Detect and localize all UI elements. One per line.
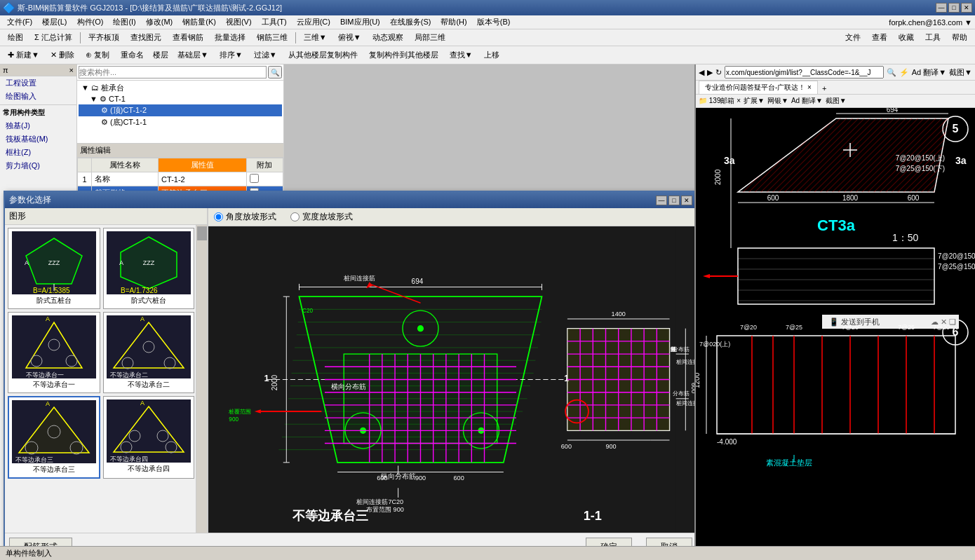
menu-draw[interactable]: 绘图(I) (109, 15, 140, 29)
gallery-scroll-area[interactable]: ZZZ A B=A/1.5385 阶式五桩台 (5, 225, 196, 533)
title-bar-buttons: — □ ✕ (936, 3, 972, 13)
menu-view[interactable]: 视图(V) (222, 15, 256, 29)
draw-input-item[interactable]: 绘图输入 (0, 90, 76, 103)
width-slope-radio[interactable]: 宽度放坡形式 (290, 211, 353, 223)
filter-button[interactable]: 过滤▼ (249, 48, 282, 62)
menu-component[interactable]: 构件(O) (73, 15, 108, 29)
svg-text:600: 600 (377, 474, 387, 482)
browser-new-tab-button[interactable]: + (818, 83, 831, 94)
prop-check-1[interactable] (246, 172, 283, 186)
modal-minimize-button[interactable]: — (656, 196, 667, 205)
move-up-button[interactable]: 上移 (479, 48, 504, 62)
browser-refresh-icon[interactable]: ↻ (715, 68, 722, 77)
gallery-scrollbar[interactable] (196, 225, 207, 533)
left-panel-pin[interactable]: π (3, 66, 8, 74)
raft-base-item[interactable]: 筏板基础(M) (0, 132, 76, 146)
search-button[interactable]: 🔍 (268, 66, 282, 78)
local-3d-button[interactable]: 局部三维 (410, 30, 450, 45)
find-button[interactable]: 查找图元 (126, 30, 166, 45)
gallery-item-6[interactable]: A 不等边承台四 不等边承台四 (103, 396, 194, 479)
maximize-button[interactable]: □ (948, 3, 960, 13)
base-floor-button[interactable]: 基础层▼ (173, 48, 213, 62)
tree-node-ct1-1[interactable]: ⚙ (底)CT-1-1 (79, 116, 282, 128)
right-title: 1-1 (584, 509, 602, 523)
hexagon-pile-svg: ZZZ A B=A/1.7326 (107, 231, 191, 294)
frame-column-item[interactable]: 框柱(Z) (0, 146, 76, 159)
sort-button[interactable]: 排序▼ (215, 48, 248, 62)
preview-area: 角度放坡形式 宽度放坡形式 不等边承台三 (208, 208, 697, 533)
svg-point-10 (48, 339, 60, 350)
bookmark-139-icon[interactable]: 📁 139邮箱 × (699, 96, 741, 106)
sum-button[interactable]: Σ 汇总计算 (29, 30, 77, 45)
bookmark-netbank-icon[interactable]: 网银▼ (767, 96, 788, 106)
browser-forward-icon[interactable]: ▶ (707, 68, 713, 77)
browser-help-button[interactable]: 帮助 (947, 30, 972, 45)
bookmark-ad-icon[interactable]: Ad 翻译▼ (791, 96, 823, 106)
browser-view-button[interactable]: 查看 (867, 30, 892, 45)
gallery-item-2[interactable]: ZZZ A B=A/1.7326 阶式六桩台 (103, 228, 194, 309)
search-input[interactable] (79, 66, 267, 78)
browser-back-icon[interactable]: ◀ (699, 68, 704, 77)
left-panel-close[interactable]: × (69, 66, 74, 74)
tree-node-pile-cap[interactable]: ▼ 🗂 桩承台 (79, 82, 282, 94)
gallery-item-1[interactable]: ZZZ A B=A/1.5385 阶式五桩台 (8, 228, 100, 309)
menu-bim[interactable]: BIM应用(U) (336, 15, 384, 29)
top-view-button[interactable]: 俯视▼ (333, 30, 366, 45)
menu-floor[interactable]: 楼层(L) (38, 15, 71, 29)
svg-text:B=A/1.5385: B=A/1.5385 (33, 287, 70, 294)
prop-value-1[interactable]: CT-1-2 (159, 172, 247, 186)
gallery-item-4[interactable]: A 不等边承台二 不等边承台二 (103, 312, 194, 393)
batch-select-button[interactable]: 批量选择 (210, 30, 250, 45)
menu-version[interactable]: 版本号(B) (473, 15, 515, 29)
rename-button[interactable]: 重命名 (116, 48, 149, 62)
menu-rebar[interactable]: 钢筋量(K) (178, 15, 220, 29)
menu-tools[interactable]: 工具(T) (257, 15, 291, 29)
find-comp-button[interactable]: 查找▼ (445, 48, 478, 62)
menu-file[interactable]: 文件(F) (3, 15, 36, 29)
menu-help[interactable]: 帮助(H) (436, 15, 471, 29)
draw-button[interactable]: 绘图 (3, 30, 28, 45)
rebar-3d-button[interactable]: 钢筋三维 (252, 30, 292, 45)
dynamic-view-button[interactable]: 动态观察 (368, 30, 408, 45)
angle-slope-input[interactable] (214, 212, 223, 221)
bookmark-screenshot2-icon[interactable]: 截图▼ (826, 96, 847, 106)
delete-button[interactable]: ✕ 删除 (46, 48, 79, 62)
shear-wall-item[interactable]: 剪力墙(Q) (0, 159, 76, 172)
project-settings-item[interactable]: 工程设置 (0, 76, 76, 90)
browser-search-icon[interactable]: 🔍 (887, 68, 896, 77)
close-button[interactable]: ✕ (961, 3, 972, 13)
gallery-item-5[interactable]: A 不等边承台三 不等边承台三 (8, 396, 100, 479)
flat-top-button[interactable]: 平齐板顶 (83, 30, 124, 45)
browser-ad-icon[interactable]: Ad 翻译▼ (912, 67, 946, 78)
browser-file-button[interactable]: 文件 (840, 30, 866, 45)
bookmark-expand-icon[interactable]: 扩展▼ (744, 96, 765, 106)
menu-cloud[interactable]: 云应用(C) (292, 15, 335, 29)
angle-slope-radio[interactable]: 角度放坡形式 (214, 211, 276, 223)
browser-lightning-icon[interactable]: ⚡ (899, 68, 909, 77)
copy-from-floor-button[interactable]: 从其他楼层复制构件 (283, 48, 363, 62)
svg-text:2000: 2000 (271, 374, 278, 390)
view-rebar-button[interactable]: 查看钢筋 (168, 30, 208, 45)
modal-close-button[interactable]: ✕ (681, 196, 692, 205)
ct1-1-icon: ⚙ (101, 118, 108, 126)
copy-button[interactable]: ⊕ 复制 (81, 48, 114, 62)
copy-to-floor-button[interactable]: 复制构件到其他楼层 (364, 48, 443, 62)
modal-maximize-button[interactable]: □ (668, 196, 680, 205)
menu-online[interactable]: 在线服务(S) (386, 15, 436, 29)
unequal1-svg: A 不等边承台一 (12, 315, 96, 378)
browser-tools-button[interactable]: 工具 (920, 30, 946, 45)
svg-text:A: A (25, 259, 29, 266)
browser-screenshot-icon[interactable]: 截图▼ (949, 67, 972, 78)
new-button[interactable]: ✚ 新建▼ (3, 48, 44, 62)
tree-node-ct1-2[interactable]: ⚙ (顶)CT-1-2 (79, 104, 282, 116)
independent-base-item[interactable]: 独基(J) (0, 119, 76, 132)
browser-tab-active[interactable]: 专业造价问题答疑平台-广联达！ × (699, 81, 818, 94)
minimize-button[interactable]: — (936, 3, 947, 13)
3d-button[interactable]: 三维▼ (299, 30, 332, 45)
browser-address-bar[interactable] (725, 66, 884, 78)
tree-node-ct1[interactable]: ▼ ⚙ CT-1 (79, 94, 282, 104)
menu-modify[interactable]: 修改(M) (142, 15, 177, 29)
browser-fav-button[interactable]: 收藏 (894, 30, 919, 45)
gallery-item-3[interactable]: A 不等边承台一 不等边承台一 (8, 312, 100, 393)
width-slope-input[interactable] (290, 212, 300, 221)
